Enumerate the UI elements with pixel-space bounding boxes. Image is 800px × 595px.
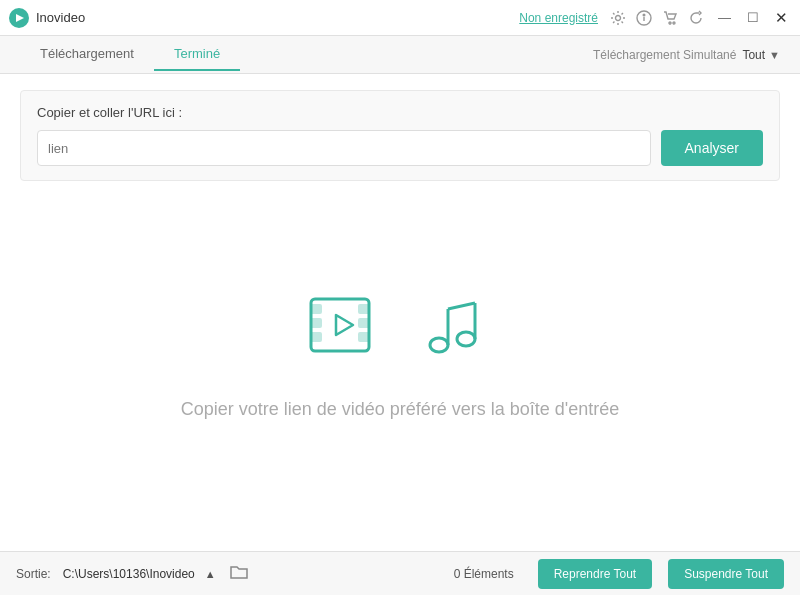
music-icon — [417, 287, 497, 371]
svg-line-18 — [448, 303, 475, 309]
simultaneous-label: Téléchargement Simultané — [593, 48, 736, 62]
tabbar: Téléchargement Terminé Téléchargement Si… — [0, 36, 800, 74]
app-name: Inovideo — [36, 10, 519, 25]
maximize-button[interactable]: ☐ — [743, 8, 763, 27]
svg-point-19 — [457, 332, 475, 346]
empty-icons — [303, 287, 497, 371]
tout-label: Tout — [742, 48, 765, 62]
svg-point-2 — [616, 15, 621, 20]
svg-rect-12 — [359, 305, 369, 313]
svg-point-6 — [669, 22, 671, 24]
main-content: Copier et coller l'URL ici : Analyser — [0, 74, 800, 551]
svg-point-7 — [673, 22, 675, 24]
tout-dropdown-icon[interactable]: ▼ — [769, 49, 780, 61]
sortie-label: Sortie: — [16, 567, 51, 581]
svg-marker-15 — [336, 315, 353, 335]
svg-rect-13 — [359, 319, 369, 327]
film-icon — [303, 287, 393, 371]
tab-telechargement[interactable]: Téléchargement — [20, 38, 154, 71]
empty-state-text: Copier votre lien de vidéo préféré vers … — [181, 399, 620, 420]
window-buttons: — ☐ ✕ — [714, 7, 792, 29]
resume-all-button[interactable]: Reprendre Tout — [538, 559, 653, 589]
register-link[interactable]: Non enregistré — [519, 11, 598, 25]
minimize-button[interactable]: — — [714, 8, 735, 27]
cart-icon[interactable] — [662, 10, 678, 26]
refresh-icon[interactable] — [688, 10, 704, 26]
close-button[interactable]: ✕ — [771, 7, 792, 29]
url-section: Copier et coller l'URL ici : Analyser — [20, 90, 780, 181]
info-icon[interactable] — [636, 10, 652, 26]
svg-point-5 — [643, 14, 645, 16]
svg-rect-14 — [359, 333, 369, 341]
analyze-button[interactable]: Analyser — [661, 130, 763, 166]
svg-rect-9 — [311, 305, 321, 313]
url-input-row: Analyser — [37, 130, 763, 166]
url-label: Copier et coller l'URL ici : — [37, 105, 763, 120]
url-input[interactable] — [37, 130, 651, 166]
svg-rect-10 — [311, 319, 321, 327]
svg-point-16 — [430, 338, 448, 352]
svg-rect-11 — [311, 333, 321, 341]
pause-all-button[interactable]: Suspendre Tout — [668, 559, 784, 589]
toolbar-icons — [610, 10, 704, 26]
statusbar: Sortie: C:\Users\10136\Inovideo ▲ 0 Élém… — [0, 551, 800, 595]
folder-icon[interactable] — [230, 564, 248, 583]
tab-termine[interactable]: Terminé — [154, 38, 240, 71]
sortie-arrow-icon[interactable]: ▲ — [205, 568, 216, 580]
sortie-path: C:\Users\10136\Inovideo — [63, 567, 195, 581]
settings-icon[interactable] — [610, 10, 626, 26]
titlebar: Inovideo Non enregistré — [0, 0, 800, 36]
app-logo — [8, 7, 30, 29]
empty-state: Copier votre lien de vidéo préféré vers … — [20, 201, 780, 535]
elements-count: 0 Éléments — [454, 567, 514, 581]
